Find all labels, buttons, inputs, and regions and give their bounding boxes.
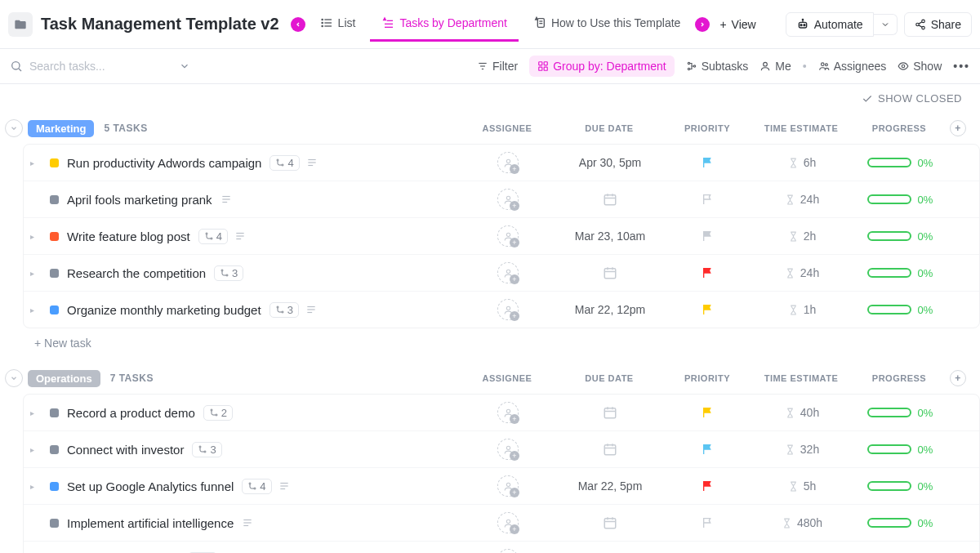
add-column-button[interactable]: + bbox=[950, 120, 966, 136]
subtask-badge[interactable]: 4 bbox=[242, 479, 271, 494]
time-estimate-cell[interactable]: 1h bbox=[749, 303, 855, 316]
assignee-add[interactable] bbox=[497, 512, 519, 533]
assignee-add[interactable] bbox=[497, 152, 519, 173]
assignee-add[interactable] bbox=[497, 225, 519, 247]
task-row[interactable]: ▸ Implement artificial intelligence bbox=[24, 505, 979, 542]
status-square[interactable] bbox=[50, 158, 59, 167]
expand-caret-icon[interactable]: ▸ bbox=[30, 269, 42, 278]
assignee-add[interactable] bbox=[497, 439, 519, 460]
tab-tasks-by-department[interactable]: Tasks by Department bbox=[370, 7, 519, 42]
due-date-cell[interactable] bbox=[553, 515, 667, 530]
assignee-add[interactable] bbox=[497, 299, 519, 320]
col-time-estimate[interactable]: TIME ESTIMATE bbox=[748, 123, 854, 133]
description-icon[interactable] bbox=[234, 230, 246, 242]
time-estimate-cell[interactable]: 6h bbox=[749, 156, 855, 169]
subtask-badge[interactable]: 2 bbox=[203, 405, 233, 421]
task-row[interactable]: ▸ April fools marketing prank bbox=[24, 181, 979, 218]
expand-caret-icon[interactable]: ▸ bbox=[30, 305, 42, 314]
col-time-estimate[interactable]: TIME ESTIMATE bbox=[748, 373, 854, 383]
priority-cell[interactable] bbox=[667, 406, 749, 419]
nav-next-icon[interactable] bbox=[695, 17, 710, 32]
status-square[interactable] bbox=[50, 232, 59, 241]
folder-icon[interactable] bbox=[8, 12, 33, 37]
share-button[interactable]: Share bbox=[904, 12, 972, 37]
expand-caret-icon[interactable]: ▸ bbox=[30, 158, 42, 167]
progress-cell[interactable]: 0% bbox=[855, 267, 945, 279]
subtask-badge[interactable]: 3 bbox=[192, 442, 221, 457]
task-row[interactable]: ▸ Hire VP of marketing 4 Mar 26, 4pm bbox=[24, 542, 979, 553]
new-task-button[interactable]: + New task bbox=[0, 328, 980, 358]
collapse-toggle[interactable] bbox=[5, 369, 23, 387]
status-square[interactable] bbox=[50, 519, 59, 528]
priority-cell[interactable] bbox=[667, 156, 749, 169]
description-icon[interactable] bbox=[305, 304, 317, 315]
task-row[interactable]: ▸ Set up Google Analytics funnel 4 Mar 2… bbox=[24, 468, 979, 505]
expand-caret-icon[interactable]: ▸ bbox=[30, 482, 42, 491]
col-progress[interactable]: PROGRESS bbox=[854, 123, 944, 133]
progress-cell[interactable]: 0% bbox=[855, 157, 945, 169]
progress-cell[interactable]: 0% bbox=[855, 407, 945, 419]
status-square[interactable] bbox=[50, 195, 59, 204]
due-date-cell[interactable] bbox=[553, 192, 667, 207]
me-button[interactable]: Me bbox=[760, 60, 791, 73]
priority-cell[interactable] bbox=[667, 516, 749, 529]
due-date-cell[interactable]: Mar 22, 5pm bbox=[553, 479, 667, 493]
col-assignee[interactable]: ASSIGNEE bbox=[462, 123, 552, 133]
priority-cell[interactable] bbox=[667, 230, 749, 243]
assignee-add[interactable] bbox=[497, 262, 519, 283]
time-estimate-cell[interactable]: 480h bbox=[749, 516, 855, 529]
task-row[interactable]: ▸ Record a product demo 2 bbox=[24, 395, 979, 431]
tab-how-to-use[interactable]: How to Use this Template bbox=[522, 7, 692, 42]
status-square[interactable] bbox=[50, 269, 59, 278]
task-row[interactable]: ▸ Connect with investor 3 bbox=[24, 431, 979, 468]
show-button[interactable]: Show bbox=[898, 60, 942, 73]
col-priority[interactable]: PRIORITY bbox=[666, 373, 748, 383]
col-progress[interactable]: PROGRESS bbox=[854, 373, 944, 383]
subtasks-button[interactable]: Subtasks bbox=[686, 60, 749, 73]
description-icon[interactable] bbox=[278, 480, 290, 492]
nav-prev-icon[interactable] bbox=[291, 17, 305, 32]
priority-cell[interactable] bbox=[667, 303, 749, 316]
assignee-add[interactable] bbox=[497, 475, 519, 497]
status-square[interactable] bbox=[50, 482, 59, 491]
group-pill[interactable]: Marketing bbox=[28, 120, 94, 137]
automate-dropdown[interactable] bbox=[874, 14, 898, 35]
time-estimate-cell[interactable]: 5h bbox=[749, 479, 855, 493]
time-estimate-cell[interactable]: 40h bbox=[749, 406, 855, 419]
priority-cell[interactable] bbox=[667, 443, 749, 456]
description-icon[interactable] bbox=[306, 157, 318, 168]
due-date-cell[interactable]: Mar 23, 10am bbox=[553, 230, 667, 243]
priority-cell[interactable] bbox=[667, 479, 749, 493]
assignee-add[interactable] bbox=[497, 549, 519, 553]
add-view-button[interactable]: + View bbox=[713, 13, 762, 36]
time-estimate-cell[interactable]: 2h bbox=[749, 230, 855, 243]
description-icon[interactable] bbox=[242, 517, 253, 528]
progress-cell[interactable]: 0% bbox=[855, 444, 945, 456]
col-priority[interactable]: PRIORITY bbox=[666, 123, 748, 133]
group-pill[interactable]: Operations bbox=[28, 370, 100, 387]
automate-button[interactable]: Automate bbox=[786, 12, 874, 37]
status-square[interactable] bbox=[50, 408, 59, 417]
progress-cell[interactable]: 0% bbox=[855, 194, 945, 206]
due-date-cell[interactable] bbox=[553, 265, 667, 280]
priority-cell[interactable] bbox=[667, 193, 749, 206]
progress-cell[interactable]: 0% bbox=[855, 304, 945, 316]
group-by-button[interactable]: Group by: Department bbox=[529, 56, 675, 77]
progress-cell[interactable]: 0% bbox=[855, 230, 945, 243]
task-row[interactable]: ▸ Write feature blog post 4 Mar 23, 10am bbox=[24, 218, 979, 255]
task-row[interactable]: ▸ Research the competition 3 bbox=[24, 255, 979, 292]
progress-cell[interactable]: 0% bbox=[855, 517, 945, 529]
show-closed-button[interactable]: SHOW CLOSED bbox=[862, 92, 962, 105]
due-date-cell[interactable] bbox=[553, 405, 667, 420]
subtask-badge[interactable]: 3 bbox=[214, 265, 243, 281]
search-input[interactable] bbox=[29, 60, 172, 73]
due-date-cell[interactable] bbox=[553, 442, 667, 457]
expand-caret-icon[interactable]: ▸ bbox=[30, 232, 42, 241]
description-icon[interactable] bbox=[220, 194, 232, 205]
tab-list[interactable]: List bbox=[309, 7, 368, 42]
more-button[interactable]: ••• bbox=[953, 60, 970, 73]
chevron-down-icon[interactable] bbox=[179, 60, 190, 72]
expand-caret-icon[interactable]: ▸ bbox=[30, 408, 42, 417]
col-due-date[interactable]: DUE DATE bbox=[552, 123, 666, 133]
time-estimate-cell[interactable]: 24h bbox=[749, 193, 855, 206]
